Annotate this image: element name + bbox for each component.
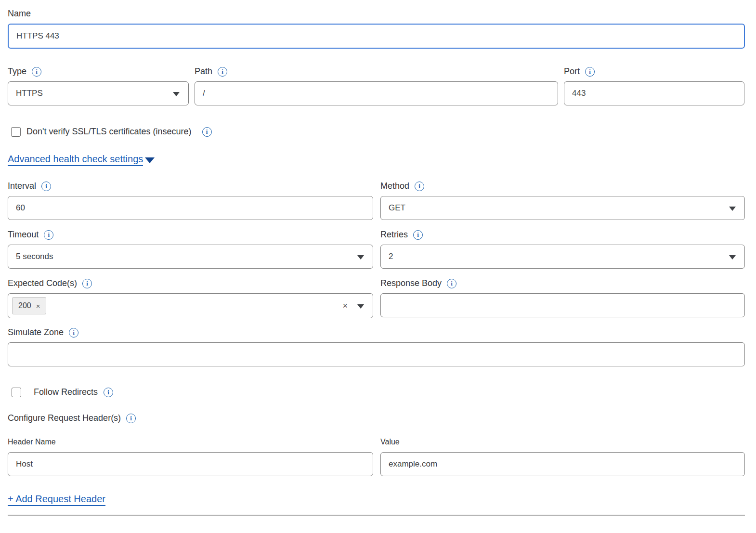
type-select[interactable]: HTTPS — [8, 81, 189, 105]
type-label: Type — [8, 66, 26, 77]
retries-select[interactable]: 2 — [380, 245, 745, 269]
type-select-value: HTTPS — [16, 89, 43, 98]
interval-field: Interval i — [8, 181, 373, 220]
follow-redirects-info-icon[interactable]: i — [104, 388, 113, 397]
ssl-checkbox-label: Don't verify SSL/TLS certificates (insec… — [26, 127, 192, 137]
path-field: Path i — [195, 66, 558, 105]
name-input[interactable] — [8, 24, 745, 49]
add-header-row: + Add Request Header — [8, 493, 745, 506]
name-label-row: Name — [8, 9, 745, 19]
response-body-field: Response Body i — [380, 278, 745, 318]
interval-label: Interval — [8, 181, 36, 191]
type-field: Type i HTTPS — [8, 66, 189, 105]
simulate-zone-label: Simulate Zone — [8, 327, 64, 338]
configure-headers-row: Configure Request Header(s) i — [8, 413, 745, 423]
ssl-verify-checkbox[interactable] — [11, 127, 21, 137]
expected-codes-field: Expected Code(s) i 200 × × — [8, 278, 373, 318]
path-input[interactable] — [195, 81, 558, 105]
port-info-icon[interactable]: i — [585, 67, 595, 77]
simulate-zone-info-icon[interactable]: i — [69, 328, 78, 338]
path-label: Path — [195, 66, 212, 77]
response-body-info-icon[interactable]: i — [447, 279, 456, 288]
add-request-header-link[interactable]: + Add Request Header — [8, 493, 105, 506]
port-label: Port — [564, 66, 580, 77]
response-body-input[interactable] — [380, 293, 745, 317]
simulate-zone-input[interactable] — [8, 342, 745, 366]
chevron-down-icon — [357, 255, 364, 260]
advanced-settings-link[interactable]: Advanced health check settings — [8, 153, 143, 166]
follow-redirects-checkbox[interactable] — [12, 388, 21, 397]
retries-info-icon[interactable]: i — [413, 230, 423, 240]
timeout-info-icon[interactable]: i — [44, 230, 53, 240]
header-row: Header Name Value — [8, 438, 745, 476]
expected-codes-label: Expected Code(s) — [8, 278, 77, 288]
code-tag: 200 × — [12, 297, 46, 314]
interval-input[interactable] — [8, 196, 373, 220]
header-name-label: Header Name — [8, 438, 373, 446]
health-check-form: Name Type i HTTPS Path i Port i — [0, 0, 756, 533]
chevron-down-icon — [729, 255, 736, 260]
method-field: Method i GET — [380, 181, 745, 220]
retries-field: Retries i 2 — [380, 230, 745, 269]
method-label: Method — [380, 181, 409, 191]
chevron-down-icon — [173, 92, 180, 96]
timeout-field: Timeout i 5 seconds — [8, 230, 373, 269]
configure-headers-info-icon[interactable]: i — [126, 414, 136, 423]
timeout-select[interactable]: 5 seconds — [8, 245, 373, 269]
header-value-field: Value — [380, 438, 745, 476]
header-value-input[interactable] — [380, 452, 745, 476]
timeout-retries-row: Timeout i 5 seconds Retries i 2 — [8, 230, 745, 269]
chevron-down-icon — [357, 304, 364, 309]
method-info-icon[interactable]: i — [415, 182, 424, 191]
header-name-field: Header Name — [8, 438, 373, 476]
response-body-label: Response Body — [380, 278, 442, 288]
method-select-value: GET — [389, 203, 405, 213]
timeout-label: Timeout — [8, 230, 39, 240]
tag-remove-icon[interactable]: × — [36, 302, 40, 310]
expected-codes-multiselect[interactable]: 200 × × — [8, 293, 373, 318]
port-input[interactable] — [564, 81, 744, 105]
retries-label: Retries — [380, 230, 408, 240]
ssl-info-icon[interactable]: i — [202, 127, 212, 137]
retries-select-value: 2 — [389, 252, 393, 261]
port-field: Port i — [564, 66, 744, 105]
timeout-select-value: 5 seconds — [16, 252, 53, 261]
section-divider — [8, 515, 745, 516]
interval-method-row: Interval i Method i GET — [8, 181, 745, 220]
name-label: Name — [8, 9, 31, 19]
header-name-input[interactable] — [8, 452, 373, 476]
codes-body-row: Expected Code(s) i 200 × × Response Body… — [8, 278, 745, 318]
follow-redirects-row: Follow Redirects i — [8, 387, 745, 397]
expected-codes-info-icon[interactable]: i — [82, 279, 92, 288]
simulate-zone-field: Simulate Zone i — [8, 327, 745, 366]
path-info-icon[interactable]: i — [218, 67, 227, 77]
chevron-down-icon — [729, 207, 736, 211]
code-tag-value: 200 — [18, 301, 31, 310]
type-path-port-row: Type i HTTPS Path i Port i — [8, 66, 745, 105]
header-value-label: Value — [380, 438, 745, 446]
follow-redirects-label: Follow Redirects — [34, 387, 98, 397]
clear-all-icon[interactable]: × — [342, 301, 348, 310]
type-info-icon[interactable]: i — [32, 67, 41, 77]
triangle-down-icon — [145, 157, 155, 163]
ssl-checkbox-row: Don't verify SSL/TLS certificates (insec… — [8, 127, 745, 137]
advanced-link-row: Advanced health check settings — [8, 153, 745, 166]
configure-headers-label: Configure Request Header(s) — [8, 413, 121, 423]
interval-info-icon[interactable]: i — [41, 182, 51, 191]
method-select[interactable]: GET — [380, 196, 745, 220]
